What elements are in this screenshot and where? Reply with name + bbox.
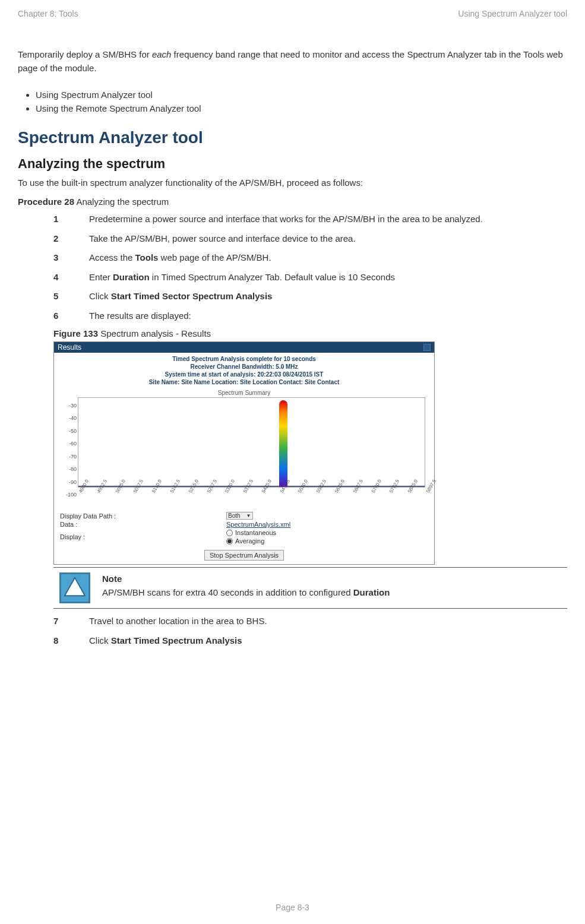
step-body: Take the AP/SM/BH, power source and inte… <box>89 232 567 246</box>
header-right: Using Spectrum Analyzer tool <box>458 9 567 18</box>
procedure-label-bold: Procedure 28 <box>18 197 74 207</box>
radio-instantaneous[interactable] <box>226 530 233 536</box>
intro-pre: Temporarily deploy a SM/BHS for <box>18 49 152 59</box>
figure-label-bold: Figure 133 <box>53 328 98 338</box>
note-icon <box>59 572 90 603</box>
step-body: The results are displayed: <box>89 309 567 323</box>
stop-spectrum-button[interactable]: Stop Spectrum Analysis <box>204 550 284 561</box>
info-line: Timed Spectrum Analysis complete for 10 … <box>54 355 434 363</box>
step: 3Access the Tools web page of the AP/SM/… <box>53 251 567 265</box>
info-line: Site Name: Site Name Location: Site Loca… <box>54 378 434 386</box>
step-body: Click Start Timed Spectrum Analysis <box>89 634 567 648</box>
info-line: System time at start of analysis: 20:22:… <box>54 371 434 378</box>
y-tick-label: -30 <box>60 403 77 409</box>
chart-peak <box>279 400 287 487</box>
header-left: Chapter 8: Tools <box>18 9 78 18</box>
display-data-path-select[interactable]: Both <box>226 512 253 520</box>
lead-text: To use the built-in spectrum analyzer fu… <box>18 178 567 188</box>
radio-averaging-label: Averaging <box>235 537 264 545</box>
page-header: Chapter 8: Tools Using Spectrum Analyzer… <box>18 9 567 18</box>
note-text: Note AP/SM/BH scans for extra 40 seconds… <box>102 572 390 603</box>
chart-area: Spectrum Summary -30-40-50-60-70-80-90-1… <box>60 390 428 508</box>
procedure-label-rest: Analyzing the spectrum <box>74 197 169 207</box>
step-number: 4 <box>53 271 89 284</box>
step: 1Predetermine a power source and interfa… <box>53 213 567 226</box>
step-body: Travel to another location in the area t… <box>89 615 567 628</box>
bullet-item: Using Spectrum Analyzer tool <box>36 90 567 100</box>
page-footer: Page 8-3 <box>0 903 585 912</box>
step-number: 7 <box>53 615 89 628</box>
section-title: Spectrum Analyzer tool <box>18 128 567 147</box>
step: 7Travel to another location in the area … <box>53 615 567 628</box>
data-label: Data : <box>60 521 226 528</box>
note-body-pre: AP/SM/BH scans for extra 40 seconds in a… <box>102 587 353 597</box>
step-number: 5 <box>53 290 89 303</box>
note-body-bold: Duration <box>353 587 390 597</box>
step: 4Enter Duration in Timed Spectrum Analyz… <box>53 271 567 284</box>
step: 5Click Start Timed Sector Spectrum Analy… <box>53 290 567 303</box>
svg-marker-0 <box>65 578 85 596</box>
radio-averaging[interactable] <box>226 538 233 545</box>
results-label: Results <box>58 343 81 352</box>
figure-block: Figure 133 Spectrum analysis - Results R… <box>53 328 567 565</box>
y-tick-label: -60 <box>60 441 77 447</box>
y-tick-label: -50 <box>60 428 77 434</box>
data-link[interactable]: SpectrumAnalysis.xml <box>226 521 290 528</box>
steps-block-after: 7Travel to another location in the area … <box>53 615 567 647</box>
select-value: Both <box>228 512 241 519</box>
x-tick-label: 5897.5 <box>425 479 437 494</box>
y-tick-label: -90 <box>60 479 77 485</box>
subsection-title: Analyzing the spectrum <box>18 156 567 172</box>
y-tick-label: -80 <box>60 466 77 472</box>
display-data-path-label: Display Data Path : <box>60 512 226 520</box>
note-heading: Note <box>102 572 390 586</box>
intro-paragraph: Temporarily deploy a SM/BHS for each fre… <box>18 48 567 75</box>
step-number: 1 <box>53 213 89 226</box>
collapse-icon[interactable] <box>423 344 431 351</box>
step-body: Access the Tools web page of the AP/SM/B… <box>89 251 567 265</box>
chart-controls: Display Data Path : Both Data : Spectrum… <box>60 512 428 545</box>
step-body: Predetermine a power source and interfac… <box>89 213 567 226</box>
note-block: Note AP/SM/BH scans for extra 40 seconds… <box>53 567 567 609</box>
results-panel: Results Timed Spectrum Analysis complete… <box>53 341 435 565</box>
results-info: Timed Spectrum Analysis complete for 10 … <box>54 353 434 387</box>
step-body: Click Start Timed Sector Spectrum Analys… <box>89 290 567 303</box>
chart-x-axis: 4900.04952.55005.05057.55110.05162.55215… <box>78 488 425 509</box>
info-line: Receiver Channel Bandwidth: 5.0 MHz <box>54 363 434 371</box>
radio-instantaneous-label: Instantaneous <box>235 529 276 536</box>
bullet-list: Using Spectrum Analyzer tool Using the R… <box>18 90 567 113</box>
results-titlebar: Results <box>54 342 434 353</box>
y-tick-label: -40 <box>60 415 77 421</box>
step: 8Click Start Timed Spectrum Analysis <box>53 634 567 648</box>
intro-em: each <box>152 49 172 59</box>
step: 2Take the AP/SM/BH, power source and int… <box>53 232 567 246</box>
step-number: 8 <box>53 634 89 648</box>
y-tick-label: -100 <box>60 492 77 498</box>
step-body: Enter Duration in Timed Spectrum Analyze… <box>89 271 567 284</box>
chart-plot <box>78 397 425 488</box>
step-number: 3 <box>53 251 89 265</box>
steps-block: 1Predetermine a power source and interfa… <box>53 213 567 322</box>
bullet-item: Using the Remote Spectrum Analyzer tool <box>36 103 567 113</box>
step-number: 6 <box>53 309 89 323</box>
y-tick-label: -70 <box>60 454 77 460</box>
chart-title: Spectrum Summary <box>60 390 428 396</box>
step-number: 2 <box>53 232 89 246</box>
step: 6The results are displayed: <box>53 309 567 323</box>
figure-caption: Figure 133 Spectrum analysis - Results <box>53 328 567 338</box>
display-label: Display : <box>60 533 226 540</box>
figure-label-rest: Spectrum analysis - Results <box>98 328 211 338</box>
procedure-title: Procedure 28 Analyzing the spectrum <box>18 197 567 207</box>
